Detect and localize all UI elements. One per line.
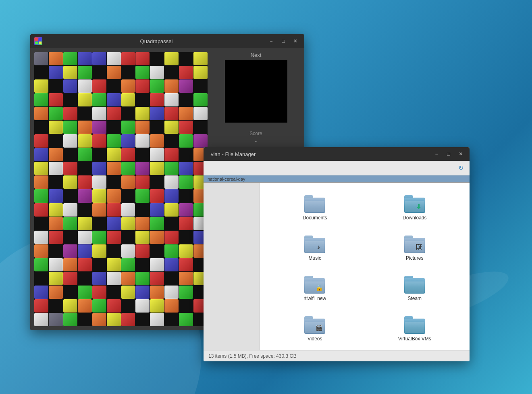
fm-item-videos[interactable]: 🎬 Videos xyxy=(266,310,364,348)
virtualbox-folder-icon xyxy=(404,316,425,334)
rtlwifi-folder-icon: 🔒 xyxy=(304,276,325,294)
quadrapassel-maximize-button[interactable]: □ xyxy=(278,37,288,45)
quadrapassel-close-button[interactable]: ✕ xyxy=(291,37,300,45)
fm-item-virtualbox[interactable]: VirtualBox VMs xyxy=(366,310,464,348)
lock-badge-icon: 🔒 xyxy=(315,284,324,292)
fm-item-videos-label: Videos xyxy=(308,336,322,342)
fm-path-text: national-cereal-day xyxy=(208,177,245,181)
quadrapassel-titlebar: Quadrapassel − □ ✕ xyxy=(30,34,304,48)
tetris-board xyxy=(34,52,208,326)
fm-maximize-button[interactable]: □ xyxy=(444,150,453,158)
videos-folder-icon: 🎬 xyxy=(304,316,325,334)
fm-refresh-button[interactable]: ↻ xyxy=(456,163,466,173)
next-label: Next xyxy=(212,52,300,58)
fm-statusbar: 13 items (1.5 MB), Free space: 430.3 GB xyxy=(204,350,470,361)
fm-item-music[interactable]: ♪ Music xyxy=(266,229,364,267)
fm-item-pictures[interactable]: 🖼 Pictures xyxy=(366,229,464,267)
app-icon xyxy=(34,37,42,45)
fm-main-area: Documents ⬇ Downloads ♪ xyxy=(260,183,470,350)
score-label: Score xyxy=(212,131,300,136)
music-folder-icon: ♪ xyxy=(304,236,325,253)
downloads-folder-icon: ⬇ xyxy=(404,195,425,213)
pictures-folder-icon: 🖼 xyxy=(404,236,425,253)
video-badge-icon: 🎬 xyxy=(314,323,323,332)
fm-item-music-label: Music xyxy=(309,255,321,261)
score-value: - xyxy=(212,138,300,144)
fm-window-controls: − □ ✕ xyxy=(432,150,466,158)
fm-sidebar xyxy=(204,183,260,350)
music-badge-icon: ♪ xyxy=(314,243,323,252)
file-manager-titlebar: vlan - File Manager − □ ✕ xyxy=(204,147,470,161)
pictures-badge-icon: 🖼 xyxy=(414,243,423,252)
fm-item-pictures-label: Pictures xyxy=(406,255,423,261)
fm-item-downloads-label: Downloads xyxy=(403,215,426,221)
documents-folder-icon xyxy=(304,195,325,213)
fm-close-button[interactable]: ✕ xyxy=(456,150,466,158)
fm-item-documents-label: Documents xyxy=(303,215,327,221)
fm-item-rtlwifi[interactable]: 🔒 rtlwifi_new xyxy=(266,269,364,308)
quadrapassel-window-controls: − □ ✕ xyxy=(266,37,300,45)
next-preview xyxy=(225,60,287,123)
steam-folder-icon xyxy=(404,276,425,294)
fm-body: Documents ⬇ Downloads ♪ xyxy=(204,183,470,350)
fm-item-downloads[interactable]: ⬇ Downloads xyxy=(366,189,464,227)
score-section: Score - xyxy=(212,131,300,144)
fm-status-text: 13 items (1.5 MB), Free space: 430.3 GB xyxy=(208,353,297,359)
quadrapassel-title: Quadrapassel xyxy=(46,38,266,44)
quadrapassel-minimize-button[interactable]: − xyxy=(266,37,276,45)
fm-item-virtualbox-label: VirtualBox VMs xyxy=(398,336,431,342)
download-badge-icon: ⬇ xyxy=(415,202,423,211)
fm-toolbar: ↻ xyxy=(204,161,470,175)
fm-minimize-button[interactable]: − xyxy=(432,150,441,158)
fm-item-documents[interactable]: Documents xyxy=(266,189,364,227)
fm-item-steam[interactable]: Steam xyxy=(366,269,464,308)
file-manager-title: vlan - File Manager xyxy=(208,151,432,157)
fm-item-steam-label: Steam xyxy=(407,296,422,301)
fm-item-rtlwifi-label: rtlwifi_new xyxy=(303,296,326,301)
file-manager-window: vlan - File Manager − □ ✕ ↻ national-cer… xyxy=(204,147,470,361)
fm-path-strip: national-cereal-day xyxy=(204,175,470,183)
